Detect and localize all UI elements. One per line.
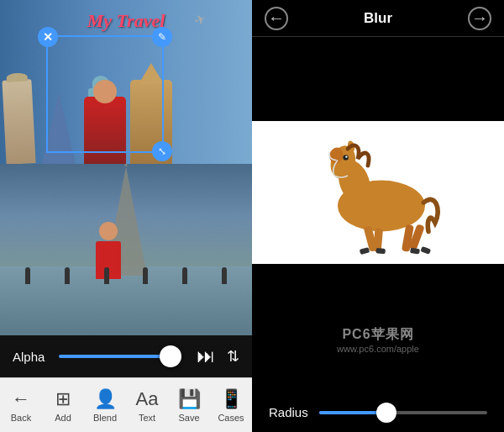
back-label: Back	[11, 413, 31, 423]
person-2	[65, 267, 70, 284]
blur-title: Blur	[364, 10, 392, 27]
right-header: ← Blur →	[252, 0, 504, 37]
watermark: PC6苹果网 www.pc6.com/apple	[337, 326, 419, 354]
blend-label: Blend	[93, 413, 117, 423]
text-label: Text	[139, 413, 155, 423]
black-bottom-area: PC6苹果网 www.pc6.com/apple Radius	[252, 264, 504, 432]
santa-photo-head	[99, 222, 118, 240]
santa-head	[93, 80, 117, 103]
cases-label: Cases	[218, 413, 244, 423]
santa-figure	[84, 97, 126, 164]
person-1	[25, 267, 30, 284]
text-icon: Aa	[136, 388, 159, 410]
radius-slider-thumb[interactable]	[376, 403, 396, 423]
thai-temple	[130, 80, 172, 164]
black-top-area	[252, 37, 504, 121]
travel-title: My Travel	[87, 10, 165, 32]
cases-button[interactable]: 📱 Cases	[210, 388, 252, 423]
svg-rect-13	[410, 247, 420, 254]
alpha-slider-thumb[interactable]	[160, 345, 181, 367]
compress-button[interactable]: ⇅	[227, 347, 239, 366]
eiffel-background	[42, 92, 76, 164]
radius-area: Radius	[252, 405, 504, 419]
horse-image-area	[252, 121, 504, 264]
blend-button[interactable]: 👤 Blend	[84, 388, 126, 423]
landmarks	[0, 55, 252, 164]
watermark-main-text: PC6苹果网	[337, 326, 419, 344]
photo-area	[0, 164, 252, 335]
radius-slider-track[interactable]	[319, 411, 487, 414]
toolbar: ← Back ⊞ Add 👤 Blend Aa Text 💾 Save 📱 Ca…	[0, 377, 252, 432]
back-nav-icon: ←	[268, 8, 285, 28]
radius-label: Radius	[269, 405, 311, 419]
back-arrow-icon: ←	[12, 388, 30, 410]
controls-area: Alpha ⏭ ⇅	[0, 335, 252, 377]
person-5	[182, 267, 187, 284]
add-label: Add	[55, 413, 71, 423]
cases-icon: 📱	[220, 388, 243, 410]
forward-nav-button[interactable]: →	[468, 7, 491, 30]
svg-rect-14	[420, 246, 431, 255]
svg-point-5	[345, 155, 347, 157]
right-panel: ← Blur →	[252, 0, 504, 432]
skip-to-end-button[interactable]: ⏭	[197, 345, 215, 367]
back-button[interactable]: ← Back	[0, 388, 42, 423]
save-icon: 💾	[178, 388, 201, 410]
person-4	[143, 267, 148, 284]
person-3	[104, 267, 109, 284]
forward-nav-icon: →	[471, 8, 488, 28]
crowd	[0, 267, 252, 284]
back-nav-button[interactable]: ←	[265, 7, 288, 30]
left-panel: My Travel ✈ ✕ ✎ ⤡	[0, 0, 252, 432]
watermark-sub-text: www.pc6.com/apple	[337, 344, 419, 354]
text-button[interactable]: Aa Text	[126, 388, 168, 423]
save-button[interactable]: 💾 Save	[168, 388, 210, 423]
alpha-label: Alpha	[13, 350, 50, 364]
svg-rect-12	[375, 248, 386, 254]
canvas-area[interactable]: My Travel ✈ ✕ ✎ ⤡	[0, 0, 252, 164]
blend-icon: 👤	[94, 388, 117, 410]
horse-svg	[311, 129, 445, 256]
add-button[interactable]: ⊞ Add	[42, 388, 84, 423]
person-6	[222, 267, 227, 284]
alpha-slider-track[interactable]	[59, 355, 181, 358]
pisa-tower	[2, 79, 35, 164]
svg-rect-11	[360, 247, 370, 255]
add-icon: ⊞	[55, 388, 71, 410]
save-label: Save	[178, 413, 199, 423]
